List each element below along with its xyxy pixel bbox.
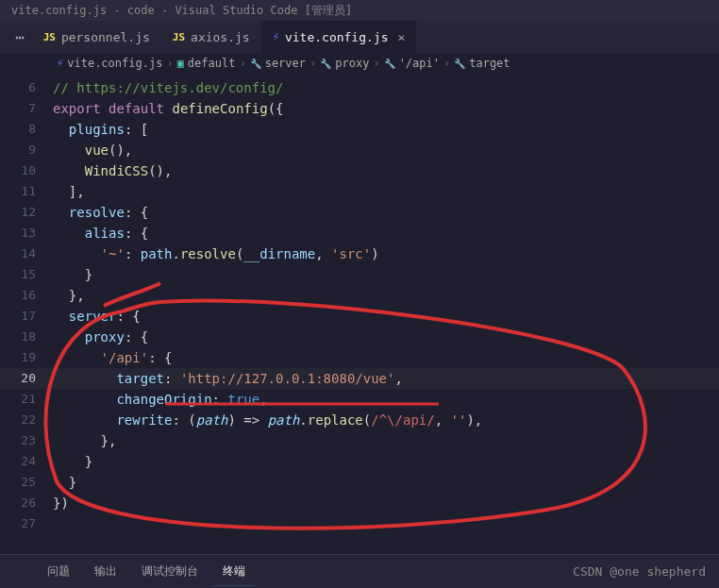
tab-personnel.js[interactable]: JSpersonnel.js (32, 21, 161, 53)
code-content[interactable]: rewrite: (path) => path.replace(/^\/api/… (53, 410, 482, 430)
code-content[interactable]: }, (53, 430, 116, 451)
code-content[interactable]: ], (53, 181, 85, 202)
tab-bar: ⋯ JSpersonnel.jsJSaxios.js⚡vite.config.j… (0, 21, 719, 53)
vite-icon: ⚡ (273, 30, 279, 43)
line-number: 18 (0, 327, 53, 347)
code-line[interactable]: 6// https://vitejs.dev/config/ (0, 77, 719, 98)
panel-tab-2[interactable]: 调试控制台 (132, 558, 208, 586)
panel-tabs: 问题输出调试控制台终端 (0, 558, 255, 586)
code-line[interactable]: 11 ], (0, 181, 719, 202)
chevron-right-icon: › (239, 57, 245, 70)
code-line[interactable]: 13 alias: { (0, 223, 719, 244)
menu-icon[interactable]: ⋯ (8, 28, 32, 46)
line-number: 20 (0, 368, 53, 389)
chevron-right-icon: › (373, 57, 379, 70)
code-content[interactable]: vue(), (53, 140, 132, 160)
line-number: 19 (0, 347, 53, 368)
line-number: 25 (0, 472, 53, 493)
code-line[interactable]: 24 } (0, 451, 719, 472)
watermark: CSDN @one shepherd (573, 564, 706, 579)
module-icon: ▣ (177, 57, 184, 70)
chevron-right-icon: › (166, 57, 173, 70)
line-number: 16 (0, 285, 53, 306)
code-content[interactable]: } (53, 472, 76, 493)
window-title: vite.config.js - code - Visual Studio Co… (11, 3, 352, 19)
code-content[interactable]: changeOrigin: true, (53, 389, 268, 410)
code-content[interactable]: } (53, 451, 92, 472)
code-content[interactable]: plugins: [ (53, 119, 148, 140)
code-content[interactable]: export default defineConfig({ (53, 98, 283, 119)
code-line[interactable]: 26}) (0, 493, 719, 513)
code-content[interactable]: resolve: { (53, 202, 148, 223)
code-line[interactable]: 22 rewrite: (path) => path.replace(/^\/a… (0, 410, 719, 430)
wrench-icon: 🔧 (250, 59, 261, 69)
editor[interactable]: 6// https://vitejs.dev/config/7export de… (0, 74, 719, 534)
code-line[interactable]: 9 vue(), (0, 140, 719, 160)
line-number: 17 (0, 306, 53, 327)
breadcrumb-item[interactable]: 🔧target (454, 57, 510, 70)
code-line[interactable]: 21 changeOrigin: true, (0, 389, 719, 410)
breadcrumb-item[interactable]: ⚡vite.config.js (57, 57, 162, 70)
line-number: 6 (0, 77, 53, 98)
breadcrumb-item[interactable]: 🔧server (250, 57, 306, 70)
vite-icon: ⚡ (57, 57, 63, 70)
code-content[interactable]: proxy: { (53, 327, 148, 347)
line-number: 14 (0, 244, 53, 264)
code-line[interactable]: 25 } (0, 472, 719, 493)
code-content[interactable]: alias: { (53, 223, 148, 244)
line-number: 10 (0, 160, 53, 181)
code-line[interactable]: 7export default defineConfig({ (0, 98, 719, 119)
code-line[interactable]: 20 target: 'http://127.0.0.1:8080/vue', (0, 368, 719, 389)
code-line[interactable]: 17 server: { (0, 306, 719, 327)
code-line[interactable]: 14 '~': path.resolve(__dirname, 'src') (0, 244, 719, 264)
code-content[interactable]: } (53, 264, 92, 285)
panel-tab-3[interactable]: 终端 (213, 558, 255, 586)
title-bar: vite.config.js - code - Visual Studio Co… (0, 0, 719, 21)
js-icon: JS (173, 31, 185, 43)
tab-label: vite.config.js (285, 30, 389, 44)
wrench-icon: 🔧 (320, 59, 331, 69)
line-number: 15 (0, 264, 53, 285)
js-icon: JS (43, 31, 56, 43)
line-number: 12 (0, 202, 53, 223)
line-number: 7 (0, 98, 53, 119)
panel-tab-1[interactable]: 输出 (85, 558, 126, 586)
code-line[interactable]: 10 WindiCSS(), (0, 160, 719, 181)
chevron-right-icon: › (443, 57, 450, 70)
panel-tab-0[interactable]: 问题 (38, 558, 79, 586)
tab-label: axios.js (191, 30, 250, 44)
code-content[interactable]: }) (53, 493, 69, 513)
code-line[interactable]: 18 proxy: { (0, 327, 719, 347)
line-number: 21 (0, 389, 53, 410)
close-icon[interactable]: × (398, 30, 406, 44)
breadcrumb-label: server (265, 57, 306, 70)
line-number: 8 (0, 119, 53, 140)
breadcrumb-item[interactable]: ▣default (177, 57, 236, 70)
tab-vite.config.js[interactable]: ⚡vite.config.js× (261, 21, 417, 53)
code-line[interactable]: 27 (0, 513, 719, 534)
breadcrumb-label: default (188, 57, 236, 70)
code-content[interactable]: '/api': { (53, 347, 172, 368)
code-content[interactable]: target: 'http://127.0.0.1:8080/vue', (53, 368, 403, 389)
code-line[interactable]: 23 }, (0, 430, 719, 451)
line-number: 24 (0, 451, 53, 472)
code-content[interactable]: // https://vitejs.dev/config/ (53, 77, 283, 98)
code-content[interactable]: WindiCSS(), (53, 160, 172, 181)
breadcrumb-label: target (469, 57, 510, 70)
code-content[interactable]: '~': path.resolve(__dirname, 'src') (53, 244, 379, 264)
code-line[interactable]: 19 '/api': { (0, 347, 719, 368)
wrench-icon: 🔧 (454, 59, 465, 69)
code-line[interactable]: 16 }, (0, 285, 719, 306)
code-line[interactable]: 15 } (0, 264, 719, 285)
code-line[interactable]: 8 plugins: [ (0, 119, 719, 140)
line-number: 27 (0, 513, 53, 534)
tab-axios.js[interactable]: JSaxios.js (161, 21, 261, 53)
breadcrumb-item[interactable]: 🔧'/api' (384, 57, 440, 70)
breadcrumb-item[interactable]: 🔧proxy (320, 57, 369, 70)
breadcrumb-label: vite.config.js (67, 57, 162, 70)
line-number: 22 (0, 410, 53, 430)
code-content[interactable]: server: { (53, 306, 141, 327)
code-content[interactable]: }, (53, 285, 85, 306)
code-line[interactable]: 12 resolve: { (0, 202, 719, 223)
line-number: 9 (0, 140, 53, 160)
